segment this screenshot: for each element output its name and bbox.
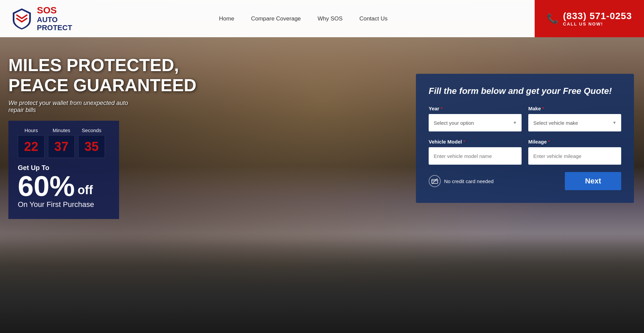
call-button[interactable]: 📞 (833) 571-0253 CALL US NOW!: [535, 0, 644, 37]
timer-box: Hours Minutes Seconds 22 37 35 Get Up To…: [8, 121, 119, 219]
year-select[interactable]: Select your option 2024 2023 2022 2021 2…: [429, 114, 522, 131]
year-label: Year *: [429, 106, 522, 111]
logo[interactable]: SOS AUTO PROTECT: [10, 5, 72, 32]
form-row-year-make: Year * Select your option 2024 2023 2022…: [429, 106, 621, 131]
phone-icon: 📞: [547, 13, 558, 24]
make-select[interactable]: Select vehicle make Toyota Honda Ford BM…: [528, 114, 621, 131]
no-credit-card-icon: [431, 177, 438, 185]
nav-links: Home Compare Coverage Why SOS Contact Us: [219, 15, 387, 22]
mileage-input[interactable]: [528, 147, 621, 165]
first-purchase-text: On Your First Purchase: [18, 200, 110, 209]
nav-home[interactable]: Home: [219, 15, 234, 22]
logo-text: SOS AUTO PROTECT: [37, 5, 72, 32]
model-input[interactable]: [429, 147, 522, 165]
logo-icon: [10, 7, 34, 30]
form-row-model-mileage: Vehicle Model * Mileage *: [429, 139, 621, 165]
hours-digit: 22: [18, 135, 45, 158]
seconds-digit: 35: [78, 135, 105, 158]
form-title: Fill the form below and get your Free Qu…: [429, 86, 621, 96]
no-cc-icon: [429, 175, 441, 187]
navigation: SOS AUTO PROTECT Home Compare Coverage W…: [0, 0, 644, 37]
make-select-wrapper: Select vehicle make Toyota Honda Ford BM…: [528, 114, 621, 131]
minutes-digit: 37: [48, 135, 75, 158]
nav-compare-coverage[interactable]: Compare Coverage: [251, 15, 301, 22]
make-label: Make *: [528, 106, 621, 111]
nav-why-sos[interactable]: Why SOS: [318, 15, 343, 22]
call-text: (833) 571-0253 CALL US NOW!: [563, 11, 632, 26]
discount-value: 60% off: [18, 172, 110, 200]
make-group: Make * Select vehicle make Toyota Honda …: [528, 106, 621, 131]
form-bottom: No credit card needed Next: [429, 172, 621, 190]
timer-digits: 22 37 35: [18, 135, 110, 158]
nav-contact-us[interactable]: Contact Us: [359, 15, 387, 22]
mileage-group: Mileage *: [528, 139, 621, 165]
year-select-wrapper: Select your option 2024 2023 2022 2021 2…: [429, 114, 522, 131]
hero-title: MILES PROTECTED, PEACE GUARANTEED: [8, 55, 197, 96]
model-label: Vehicle Model *: [429, 139, 522, 145]
model-group: Vehicle Model *: [429, 139, 522, 165]
hero-content: MILES PROTECTED, PEACE GUARANTEED We pro…: [8, 55, 197, 114]
no-credit-card: No credit card needed: [429, 175, 494, 187]
timer-labels: Hours Minutes Seconds: [18, 127, 110, 133]
next-button[interactable]: Next: [565, 172, 621, 190]
quote-form: Fill the form below and get your Free Qu…: [416, 74, 634, 203]
mileage-label: Mileage *: [528, 139, 621, 145]
hero-subtitle: We protect your wallet from unexpected a…: [8, 100, 129, 114]
year-group: Year * Select your option 2024 2023 2022…: [429, 106, 522, 131]
